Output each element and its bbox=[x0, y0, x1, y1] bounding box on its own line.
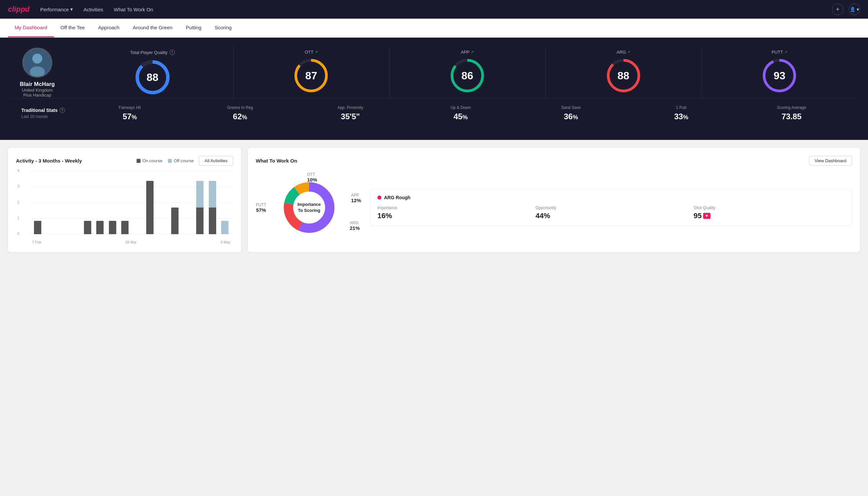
traditional-stats-label: Traditional Stats bbox=[21, 108, 58, 113]
metric-opportunity: Opportunity 44% bbox=[536, 205, 687, 220]
tab-off-the-tee[interactable]: Off the Tee bbox=[54, 19, 92, 37]
stat-app-proximity: App. Proximity 35'5" bbox=[295, 105, 405, 121]
add-button[interactable]: + bbox=[832, 4, 843, 15]
tab-scoring[interactable]: Scoring bbox=[208, 19, 238, 37]
stat-fairways-hit: Fairways Hit 57% bbox=[75, 105, 185, 121]
tabs-bar: My Dashboard Off the Tee Approach Around… bbox=[0, 19, 868, 37]
score-app-value: 86 bbox=[461, 69, 473, 82]
stat-greens-in-reg: Greens In Reg 62% bbox=[185, 105, 295, 121]
bar-group bbox=[107, 171, 118, 234]
avatar bbox=[22, 48, 52, 78]
bar-on-course bbox=[171, 207, 178, 234]
wtwo-card-title: What To Work On bbox=[256, 158, 297, 164]
score-ott-value: 87 bbox=[305, 69, 317, 82]
activity-card-title: Activity - 3 Months - Weekly bbox=[16, 158, 82, 164]
player-handicap: Plus Handicap bbox=[23, 93, 51, 98]
activity-card: Activity - 3 Months - Weekly On course O… bbox=[8, 148, 241, 252]
score-putt-value: 93 bbox=[773, 69, 785, 82]
info-metrics: Importance 16% Opportunity 44% Shot Qual… bbox=[377, 205, 845, 220]
player-name: Blair McHarg bbox=[20, 81, 55, 88]
bar-on-course bbox=[209, 207, 216, 234]
total-quality-circle: 88 bbox=[134, 59, 171, 96]
score-app: APP ↗ 86 bbox=[389, 47, 545, 98]
app-donut-label: APP 12% bbox=[351, 193, 361, 203]
user-menu-button[interactable]: 👤 ▾ bbox=[849, 4, 860, 15]
bar-group bbox=[220, 171, 231, 234]
bar-group bbox=[120, 171, 131, 234]
bar-group bbox=[145, 171, 156, 234]
info-card-title: ARG Rough bbox=[377, 195, 845, 200]
stats-bar: Traditional Stats ? Last 20 rounds Fairw… bbox=[11, 98, 857, 129]
profile-section: Blair McHarg United Kingdom Plus Handica… bbox=[11, 48, 64, 98]
scores-section: Total Player Quality ? 88 bbox=[75, 47, 857, 98]
arg-donut-label: ARG 21% bbox=[350, 220, 360, 231]
tab-putting[interactable]: Putting bbox=[179, 19, 208, 37]
bar-group bbox=[45, 171, 56, 234]
putt-label: PUTT 57% bbox=[256, 203, 266, 213]
putt-trend: ↗ bbox=[784, 50, 787, 54]
bar-on-course bbox=[96, 221, 104, 234]
bar-off-course bbox=[209, 181, 216, 207]
legend-off-course: Off course bbox=[168, 158, 194, 163]
navbar-left: clippd Performance ▾ Activities What To … bbox=[8, 0, 153, 18]
total-quality-value: 88 bbox=[146, 71, 159, 83]
help-icon-stats[interactable]: ? bbox=[60, 108, 65, 113]
svg-point-1 bbox=[32, 53, 42, 64]
bars-container bbox=[29, 171, 233, 234]
wtwo-body: PUTT 57% OTT 10% APP 12% ARG 21% bbox=[256, 171, 852, 244]
view-dashboard-button[interactable]: View Dashboard bbox=[809, 156, 852, 166]
hero-section: Blair McHarg United Kingdom Plus Handica… bbox=[0, 37, 868, 140]
chart-legend: On course Off course All Activities bbox=[137, 156, 233, 166]
all-activities-button[interactable]: All Activities bbox=[199, 156, 233, 166]
bar-group bbox=[32, 171, 43, 234]
chevron-down-icon: ▾ bbox=[70, 6, 73, 12]
score-arg: ARG ↗ 88 bbox=[545, 47, 701, 98]
info-card: ARG Rough Importance 16% Opportunity 44% bbox=[370, 189, 852, 226]
activity-card-header: Activity - 3 Months - Weekly On course O… bbox=[16, 156, 233, 166]
main-content: Activity - 3 Months - Weekly On course O… bbox=[0, 140, 868, 260]
bar-group bbox=[207, 171, 218, 234]
down-arrow-icon: ▼ bbox=[703, 213, 710, 219]
stat-scoring-average: Scoring Average 73.85 bbox=[737, 105, 847, 121]
legend-on-course: On course bbox=[137, 158, 162, 163]
bar-on-course bbox=[121, 221, 129, 234]
player-country: United Kingdom bbox=[22, 88, 53, 93]
navbar-right: + 👤 ▾ bbox=[832, 4, 860, 15]
what-to-work-on-card: What To Work On View Dashboard PUTT 57% … bbox=[248, 148, 860, 252]
stat-sand-save: Sand Save 36% bbox=[516, 105, 626, 121]
nav-performance[interactable]: Performance ▾ bbox=[40, 0, 73, 18]
nav-what-to-work-on[interactable]: What To Work On bbox=[114, 1, 153, 18]
score-ott: OTT ↗ 87 bbox=[233, 47, 389, 98]
ott-trend: ↗ bbox=[315, 50, 318, 54]
bar-chart: 4 3 2 1 0 7 Feb 28 Mar 9 May bbox=[16, 171, 233, 244]
score-arg-value: 88 bbox=[617, 69, 630, 82]
donut-area: PUTT 57% OTT 10% APP 12% ARG 21% bbox=[256, 171, 362, 244]
metric-importance: Importance 16% bbox=[377, 205, 529, 220]
donut-svg-wrap: Importance To Scoring bbox=[282, 181, 336, 234]
nav-activities[interactable]: Activities bbox=[84, 1, 103, 18]
x-labels: 7 Feb 28 Mar 9 May bbox=[29, 240, 233, 244]
bar-on-course bbox=[109, 221, 116, 234]
tab-my-dashboard[interactable]: My Dashboard bbox=[8, 19, 54, 37]
bar-group bbox=[82, 171, 93, 234]
app-trend: ↗ bbox=[471, 50, 474, 54]
tab-approach[interactable]: Approach bbox=[91, 19, 126, 37]
bar-group bbox=[57, 171, 68, 234]
donut-center: Importance To Scoring bbox=[297, 202, 321, 214]
rounds-label: Last 20 rounds bbox=[21, 114, 75, 119]
bar-off-course bbox=[196, 181, 204, 207]
bar-group bbox=[132, 171, 143, 234]
tab-around-the-green[interactable]: Around the Green bbox=[126, 19, 179, 37]
total-quality-label: Total Player Quality ? bbox=[130, 50, 175, 55]
stat-1-putt: 1 Putt 33% bbox=[626, 105, 737, 121]
bar-off-course bbox=[221, 221, 228, 234]
legend-dot-on-course bbox=[137, 159, 141, 163]
help-icon-total[interactable]: ? bbox=[170, 50, 175, 55]
legend-dot-off-course bbox=[168, 159, 172, 163]
svg-point-2 bbox=[30, 66, 45, 78]
bar-group bbox=[69, 171, 81, 234]
metric-shot-quality: Shot Quality 95 ▼ bbox=[693, 205, 845, 220]
wtwo-card-header: What To Work On View Dashboard bbox=[256, 156, 852, 166]
bar-group bbox=[182, 171, 193, 234]
total-quality-block: Total Player Quality ? 88 bbox=[75, 47, 233, 98]
